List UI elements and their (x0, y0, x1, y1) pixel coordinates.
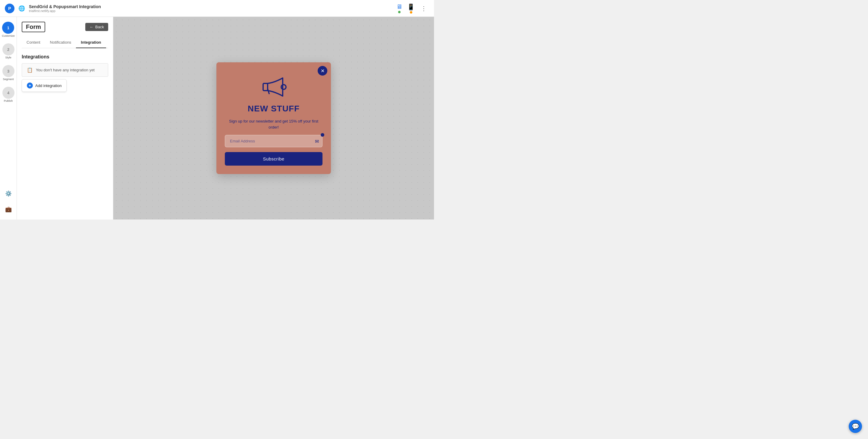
close-icon: ✕ (321, 68, 324, 74)
desktop-device-button[interactable]: 🖥 (395, 2, 404, 14)
device-switcher: 🖥 📱 ⋮ (395, 2, 429, 15)
desktop-active-dot (398, 11, 401, 13)
popup-subtitle: Sign up for our newsletter and get 15% o… (225, 118, 322, 130)
topbar-title-area: SendGrid & Popupsmart Integration trialf… (29, 4, 392, 13)
sidebar-panel: Form ← Back Content Notifications Integr… (17, 17, 113, 220)
help-icon: 💼 (5, 206, 12, 212)
step-3-label: Segment (3, 78, 13, 81)
add-integration-button[interactable]: + Add integration (22, 79, 67, 92)
back-arrow-icon: ← (90, 25, 93, 29)
integration-empty-state: 📋 You don't have any integration yet (22, 63, 108, 77)
add-integration-plus-icon: + (27, 82, 33, 89)
step-4-container: 4 Publish (2, 87, 14, 102)
step-1-label: Customize (2, 34, 15, 37)
app-logo: P (5, 4, 14, 13)
email-icon: ✉ (315, 138, 319, 144)
popup-title: NEW STUFF (248, 104, 300, 113)
step-3-container: 3 Segment (2, 65, 14, 81)
empty-integration-text: You don't have any integration yet (36, 68, 95, 72)
preview-area: ✕ NEW STUFF Sign up for our newsletter a… (113, 17, 434, 220)
subscribe-button[interactable]: Subscribe (225, 152, 322, 166)
mobile-active-dot (410, 11, 412, 13)
step-2-number: 2 (7, 47, 9, 52)
mobile-device-button[interactable]: 📱 (406, 2, 416, 15)
step-1-container: 1 Customize (2, 22, 15, 37)
email-input[interactable] (225, 135, 322, 147)
sidebar-tabs: Content Notifications Integration (22, 37, 108, 48)
settings-nav-button[interactable]: ⚙️ (3, 188, 14, 199)
step-2-label: Style (5, 56, 11, 59)
main-layout: 1 Customize 2 Style 3 Segment 4 Publish … (0, 17, 434, 220)
input-dot-indicator (321, 133, 324, 137)
back-button[interactable]: ← Back (85, 23, 108, 31)
tab-integration[interactable]: Integration (76, 37, 106, 48)
popup-megaphone-icon (260, 72, 287, 99)
step-4-label: Publish (4, 99, 13, 102)
nav-bottom: ⚙️ 💼 (3, 188, 14, 215)
popup-close-button[interactable]: ✕ (318, 66, 327, 75)
left-nav: 1 Customize 2 Style 3 Segment 4 Publish … (0, 17, 17, 220)
step-4-publish[interactable]: 4 (2, 87, 14, 99)
tab-content[interactable]: Content (22, 37, 45, 48)
step-2-container: 2 Style (2, 43, 14, 59)
step-2-style[interactable]: 2 (2, 43, 14, 56)
back-label: Back (95, 25, 104, 29)
svg-rect-0 (263, 83, 268, 91)
empty-integration-icon: 📋 (27, 67, 33, 73)
help-nav-button[interactable]: 💼 (3, 204, 14, 215)
step-1-customize[interactable]: 1 (2, 22, 14, 34)
step-1-number: 1 (7, 26, 9, 30)
tab-notifications[interactable]: Notifications (45, 37, 76, 48)
add-integration-label: Add integration (35, 83, 61, 88)
topbar: P 🌐 SendGrid & Popupsmart Integration tr… (0, 0, 434, 17)
popup-preview: ✕ NEW STUFF Sign up for our newsletter a… (216, 62, 331, 174)
more-options-button[interactable]: ⋮ (418, 4, 429, 13)
email-input-wrapper: ✉ (225, 135, 322, 147)
desktop-icon: 🖥 (396, 3, 402, 10)
step-3-segment[interactable]: 3 (2, 65, 14, 77)
page-subtitle: trialfirst.netlify.app (29, 9, 392, 13)
mobile-icon: 📱 (407, 3, 415, 10)
page-title: SendGrid & Popupsmart Integration (29, 4, 392, 9)
step-4-number: 4 (7, 91, 9, 95)
svg-point-1 (281, 85, 286, 90)
step-3-number: 3 (7, 69, 9, 73)
settings-icon: ⚙️ (5, 190, 12, 197)
panel-title: Form (22, 22, 45, 32)
panel-header: Form ← Back (22, 22, 108, 32)
integrations-section-title: Integrations (22, 54, 108, 60)
globe-icon: 🌐 (18, 5, 25, 12)
